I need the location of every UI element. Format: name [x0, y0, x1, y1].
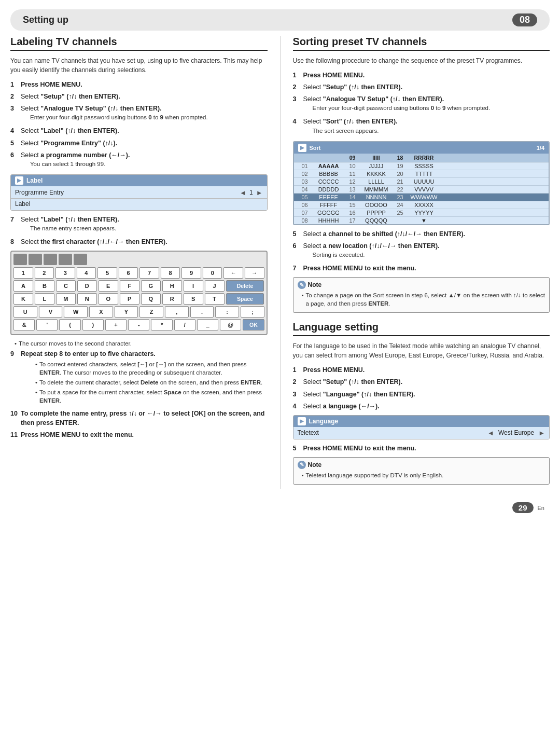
label-icon: ▶	[15, 176, 23, 185]
page-chapter-number: 08	[512, 13, 537, 26]
language-icon: ▶	[298, 417, 306, 425]
key-9[interactable]: 9	[181, 267, 201, 279]
programme-entry-num: 1	[249, 189, 253, 196]
key-Y[interactable]: Y	[115, 306, 138, 318]
key-X[interactable]: X	[89, 306, 113, 318]
key-colon[interactable]: :	[215, 306, 239, 318]
key-D[interactable]: D	[77, 280, 97, 292]
key-ok[interactable]: OK	[243, 319, 264, 330]
kb-char-3	[44, 254, 57, 265]
sort-row-4: 04DDDDD 13MMMMM 22VVVVV	[294, 186, 549, 194]
key-underscore[interactable]: _	[197, 319, 218, 330]
teletext-arrow-left: ◄	[487, 429, 494, 437]
kb-char-4	[59, 254, 72, 265]
key-period[interactable]: .	[190, 306, 214, 318]
key-close-paren[interactable]: )	[82, 319, 104, 330]
key-F[interactable]: F	[120, 280, 139, 292]
key-Z[interactable]: Z	[139, 306, 163, 318]
lang-step-1: 1 Press HOME MENU.	[293, 365, 550, 375]
key-J[interactable]: J	[205, 280, 225, 292]
sort-row-3: 03CCCCC 12LLLLL 21UUUUU	[294, 178, 549, 186]
language-ui-header: ▶ Language	[293, 416, 550, 427]
language-ui-box: ▶ Language Teletext ◄ West Europe ►	[293, 415, 550, 439]
key-0[interactable]: 0	[203, 267, 222, 279]
note-icon: ✎	[298, 281, 306, 289]
sort-step-2-text: Select "Setup" (↑/↓ then ENTER).	[303, 82, 550, 92]
key-open-paren[interactable]: (	[59, 319, 80, 330]
sort-row-2: 02BBBBB 11KKKKK 20TTTTT	[294, 170, 549, 178]
key-6[interactable]: 6	[119, 267, 138, 279]
key-G[interactable]: G	[141, 280, 161, 292]
key-T[interactable]: T	[205, 293, 225, 305]
sort-ui-header: ▶ Sort 1/4	[294, 142, 549, 154]
key-plus[interactable]: +	[105, 319, 127, 330]
lang-step-4-text: Select a language (←/→).	[303, 402, 550, 411]
key-O[interactable]: O	[99, 293, 118, 305]
key-fwd[interactable]: →	[245, 267, 264, 279]
sort-steps-1: 1 Press HOME MENU. 2 Select "Setup" (↑/↓…	[293, 71, 550, 137]
key-U[interactable]: U	[13, 306, 37, 318]
sort-step-6: 6 Select a new location (↑/↓/←/→ then EN…	[293, 241, 550, 261]
key-4[interactable]: 4	[77, 267, 96, 279]
key-I[interactable]: I	[184, 280, 203, 292]
key-delete[interactable]: Delete	[226, 280, 264, 292]
key-space[interactable]: Space	[226, 293, 264, 305]
lang-step-4: 4 Select a language (←/→).	[293, 402, 550, 411]
steps-list-2: 7 Select "Label" (↑/↓ then ENTER). The n…	[10, 215, 268, 246]
key-3[interactable]: 3	[55, 267, 75, 279]
key-R[interactable]: R	[162, 293, 182, 305]
label-ui-title: Label	[26, 177, 43, 184]
key-slash[interactable]: /	[174, 319, 195, 330]
key-A[interactable]: A	[13, 280, 33, 292]
key-2[interactable]: 2	[35, 267, 54, 279]
key-P[interactable]: P	[120, 293, 139, 305]
key-Q[interactable]: Q	[141, 293, 161, 305]
language-teletext-row: Teletext ◄ West Europe ►	[293, 427, 550, 439]
step-9-content: Repeat step 8 to enter up to five charac…	[21, 349, 268, 406]
key-L[interactable]: L	[35, 293, 54, 305]
step-3-text: Select "Analogue TV Setup" (↑/↓ then ENT…	[21, 105, 162, 112]
key-W[interactable]: W	[64, 306, 88, 318]
main-content: Labeling TV channels You can name TV cha…	[0, 31, 560, 499]
kb-row-kt: K L M N O P Q R S T Space	[13, 293, 264, 305]
key-5[interactable]: 5	[97, 267, 117, 279]
sort-step-7: 7 Press HOME MENU to exit the menu.	[293, 264, 550, 273]
key-E[interactable]: E	[99, 280, 118, 292]
key-N[interactable]: N	[77, 293, 97, 305]
key-at[interactable]: @	[220, 319, 241, 330]
sort-ui-box: ▶ Sort 1/4 09 IIIII 18 RRRRR 01AAAAA	[293, 141, 550, 225]
key-V[interactable]: V	[39, 306, 63, 318]
key-apostrophe[interactable]: '	[36, 319, 58, 330]
step-7-content: Select "Label" (↑/↓ then ENTER). The nam…	[21, 215, 268, 235]
sort-note-box: ✎ Note To change a page on the Sort scre…	[293, 277, 550, 313]
key-K[interactable]: K	[13, 293, 33, 305]
key-minus[interactable]: -	[128, 319, 149, 330]
key-asterisk[interactable]: *	[151, 319, 172, 330]
key-comma[interactable]: ,	[165, 306, 189, 318]
sorting-intro: Use the following procedure to change th…	[293, 56, 550, 65]
key-M[interactable]: M	[56, 293, 76, 305]
sort-note-label: Note	[308, 281, 322, 288]
language-intro: For the language to be used in the Telet…	[293, 341, 550, 360]
teletext-region: West Europe	[498, 429, 534, 436]
key-B[interactable]: B	[35, 280, 54, 292]
sort-step-6-text: Select a new location (↑/↓/←/→ then ENTE…	[303, 242, 440, 250]
label-row-programme: Programme Entry ◄ 1 ►	[11, 187, 267, 199]
step-9-bullets: To correct entered characters, select [←…	[31, 360, 268, 405]
key-back[interactable]: ←	[223, 267, 243, 279]
key-C[interactable]: C	[56, 280, 76, 292]
key-H[interactable]: H	[162, 280, 182, 292]
step-7: 7 Select "Label" (↑/↓ then ENTER). The n…	[10, 215, 268, 235]
key-ampersand[interactable]: &	[13, 319, 35, 330]
key-7[interactable]: 7	[139, 267, 159, 279]
sort-step-3-text: Select "Analogue TV Setup" (↑/↓ then ENT…	[303, 95, 444, 103]
key-semicolon[interactable]: ;	[241, 306, 264, 318]
key-S[interactable]: S	[184, 293, 203, 305]
key-8[interactable]: 8	[161, 267, 180, 279]
step-1-text: Press HOME MENU.	[21, 80, 268, 89]
sort-header-left: ▶ Sort	[298, 144, 321, 152]
sort-step-4-sub: The sort screen appears.	[313, 127, 550, 135]
sort-row-1: 01AAAAA 10JJJJJ 19SSSSS	[294, 162, 549, 170]
key-1[interactable]: 1	[13, 267, 33, 279]
step-7-sub: The name entry screen appears.	[30, 224, 268, 232]
